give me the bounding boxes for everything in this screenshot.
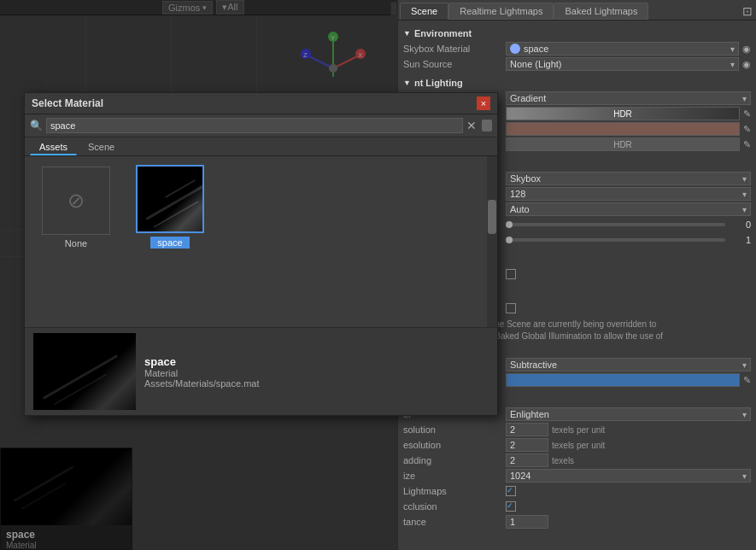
distance-input[interactable]: 1 <box>506 515 548 529</box>
expand-panel-button[interactable]: ⊡ <box>742 4 753 18</box>
sky-hdr-button[interactable]: HDR <box>506 107 740 120</box>
bounces-thumb[interactable] <box>506 237 513 243</box>
lighting-mode-arrow: ▾ <box>742 360 747 370</box>
equator-color-value[interactable]: ✎ <box>506 122 751 136</box>
atlas-resolution-input[interactable]: 2 <box>506 438 548 452</box>
sun-source-select-icon[interactable]: ◉ <box>742 59 751 70</box>
dialog-close-button[interactable]: × <box>477 97 490 110</box>
dialog-title: Select Material <box>32 97 103 109</box>
reflection-source-value[interactable]: Skybox ▾ <box>506 172 751 185</box>
max-atlas-size-value[interactable]: 1024 ▾ <box>506 469 751 483</box>
search-icon: 🔍 <box>30 120 43 132</box>
atlas-padding-unit: texels <box>552 456 574 465</box>
max-atlas-size-arrow: ▾ <box>742 471 747 481</box>
sun-source-arrow: ▾ <box>730 60 735 69</box>
compression-arrow: ▾ <box>742 205 747 214</box>
none-item[interactable]: ⊘ None <box>42 167 110 249</box>
bake-resolution-value: 2 texels per unit <box>506 423 751 436</box>
tab-baked-lightmaps[interactable]: Baked Lightmaps <box>554 3 648 20</box>
distance-value[interactable]: 1 <box>506 515 751 529</box>
dialog-tab-bar: Assets Scene <box>25 138 497 156</box>
shadow-color-value[interactable]: ✎ <box>506 373 751 387</box>
shadow-color-pen[interactable]: ✎ <box>743 375 751 386</box>
sun-source-text: None (Light) <box>510 59 730 69</box>
dialog-bottom-info: space Material Assets/Materials/space.ma… <box>25 327 497 415</box>
bake-resolution-row: solution 2 texels per unit <box>403 422 751 437</box>
occlusion-value[interactable] <box>506 501 751 512</box>
backend-text: Enlighten <box>510 409 742 419</box>
skybox-material-text: space <box>524 44 730 54</box>
bounces-value: 1 <box>506 235 751 245</box>
occlusion-row: cclusion <box>403 499 751 514</box>
ambient-source-value[interactable]: Gradient ▾ <box>506 91 751 105</box>
dialog-grid: ⊘ None space <box>25 156 497 327</box>
dialog-titlebar: Select Material × <box>25 93 497 114</box>
dialog-search-input[interactable] <box>46 118 463 133</box>
lightmaps-label: Lightmaps <box>403 486 506 496</box>
space-item[interactable]: space <box>136 165 204 249</box>
skybox-material-select-icon[interactable]: ◉ <box>742 44 751 55</box>
intensity-thumb[interactable] <box>506 221 513 228</box>
lightmaps-checkbox[interactable] <box>506 486 516 496</box>
dialog-tab-scene[interactable]: Scene <box>79 139 124 155</box>
ground-hdr-button[interactable]: HDR <box>506 138 740 151</box>
backend-arrow: ▾ <box>742 410 747 419</box>
atlas-resolution-label: esolution <box>403 440 506 450</box>
intensity-slider[interactable] <box>506 223 725 226</box>
environment-section-header: ▼ Environment <box>403 26 751 41</box>
compression-value[interactable]: Auto ▾ <box>506 202 751 216</box>
atlas-padding-value: 2 texels <box>506 453 751 467</box>
environment-label: Environment <box>414 28 472 38</box>
mixed-gi-checkbox[interactable] <box>506 303 516 313</box>
skybox-material-label: Skybox Material <box>403 44 506 54</box>
dialog-scrollbar[interactable] <box>487 156 497 327</box>
resolution-value[interactable]: 128 ▾ <box>506 187 751 201</box>
bottom-thumb-streak <box>43 354 118 400</box>
lightmaps-value[interactable] <box>506 486 751 496</box>
backend-value[interactable]: Enlighten ▾ <box>506 407 751 421</box>
scene-tab-label: Scene <box>411 6 437 16</box>
resolution-text: 128 <box>510 189 742 199</box>
ground-color-pen[interactable]: ✎ <box>743 139 751 150</box>
skybox-dot-icon <box>510 44 520 54</box>
intensity-number: 0 <box>725 219 751 230</box>
search-clear-button[interactable]: ✕ <box>466 119 477 132</box>
ground-color-value[interactable]: HDR ✎ <box>506 138 751 151</box>
ambient-label: nt Lighting <box>414 78 463 88</box>
tab-realtime-lightmaps[interactable]: Realtime Lightmaps <box>448 3 554 20</box>
atlas-padding-input[interactable]: 2 <box>506 453 548 467</box>
atlas-padding-row: adding 2 texels <box>403 453 751 468</box>
search-scrollbar <box>482 120 492 132</box>
dialog-asset-path: Assets/Materials/space.mat <box>144 378 489 389</box>
equator-color-pen[interactable]: ✎ <box>743 124 751 135</box>
lightmaps-row: Lightmaps <box>403 483 751 499</box>
bounces-slider[interactable] <box>506 238 725 242</box>
streak3 <box>165 179 196 198</box>
dialog-asset-type: Material <box>144 368 489 378</box>
distance-label: tance <box>403 517 506 527</box>
bake-resolution-input[interactable]: 2 <box>506 423 548 436</box>
shadow-color-bar[interactable] <box>506 373 740 387</box>
lighting-mode-value[interactable]: Subtractive ▾ <box>506 358 751 372</box>
tab-scene[interactable]: Scene <box>400 3 448 20</box>
mixed-gi-value[interactable] <box>506 303 751 313</box>
equator-color-bar[interactable] <box>506 122 740 136</box>
sky-color-pen[interactable]: ✎ <box>743 108 751 120</box>
dialog-asset-name: space <box>144 355 489 368</box>
sky-color-value[interactable]: HDR ✎ <box>506 107 751 120</box>
realtime-gi-checkbox[interactable] <box>506 269 516 279</box>
bounces-number: 1 <box>725 235 751 245</box>
atlas-resolution-unit: texels per unit <box>552 441 605 450</box>
dialog-scrollbar-thumb[interactable] <box>488 200 496 234</box>
ambient-section-header: ▼ nt Lighting <box>403 75 751 91</box>
max-atlas-size-row: ize 1024 ▾ <box>403 468 751 483</box>
skybox-material-arrow: ▾ <box>730 44 735 54</box>
skybox-material-value[interactable]: space ▾ ◉ <box>506 42 751 56</box>
sun-source-value[interactable]: None (Light) ▾ ◉ <box>506 57 751 71</box>
lighting-subtab-bar: Scene Realtime Lightmaps Baked Lightmaps… <box>398 0 756 20</box>
dialog-tab-assets[interactable]: Assets <box>30 139 77 155</box>
atlas-resolution-value: 2 texels per unit <box>506 438 751 452</box>
realtime-gi-value[interactable] <box>506 269 751 279</box>
bake-resolution-label: solution <box>403 424 506 435</box>
occlusion-checkbox[interactable] <box>506 501 516 512</box>
